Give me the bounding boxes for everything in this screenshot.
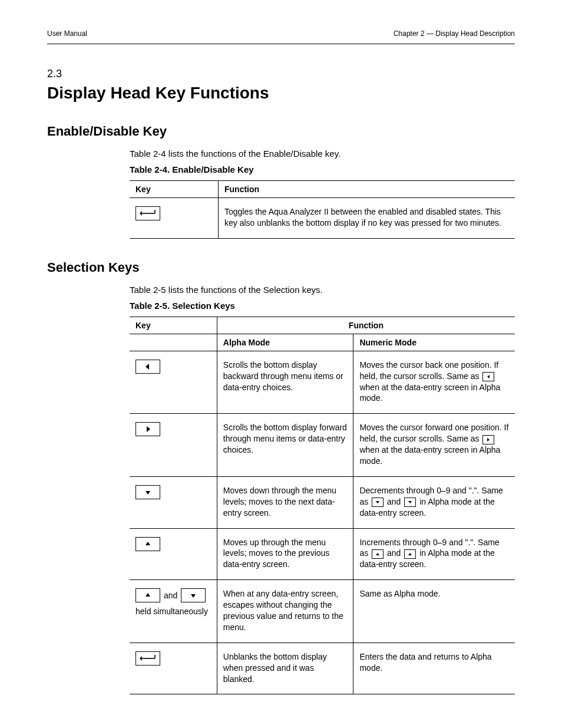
th-function: Function [219,181,515,198]
down-arrow-small-icon [404,498,416,507]
svg-marker-14 [191,594,196,598]
table-caption-1: Table 2-4. Enable/Disable Key [130,164,515,174]
svg-marker-13 [146,593,150,597]
cell-alpha: Moves down through the menu levels; move… [223,485,348,519]
header-right: Chapter 2 — Display Head Description [394,29,515,38]
svg-marker-9 [408,501,412,503]
cell-alpha: Unblanks the bottom display when pressed… [223,651,348,685]
cell-num: Decrements through 0–9 and ".". Same as … [359,485,509,519]
svg-marker-11 [376,553,379,555]
svg-marker-10 [146,542,150,545]
enter-key-icon [135,206,160,220]
th-numeric: Numeric Mode [353,334,515,351]
right-arrow-key-icon [135,422,160,436]
cell-alpha: Scrolls the bottom display forward throu… [223,422,348,456]
th-alpha: Alpha Mode [217,334,353,351]
section-title-2: Selection Keys [47,260,515,275]
row-function: Toggles the Aqua Analyzer II between the… [224,206,509,229]
svg-marker-4 [487,375,490,378]
down-arrow-key-icon [135,485,160,499]
cell-num: Moves the cursor forward one position. I… [359,422,509,467]
cell-num: Moves the cursor back one position. If h… [359,360,509,404]
up-arrow-small-icon [404,549,416,559]
left-arrow-small-icon [482,372,494,381]
cell-alpha: Moves up through the menu levels; moves … [223,537,348,571]
cell-num: Enters the data and returns to Alpha mod… [359,651,509,674]
th-key: Key [130,181,219,198]
up-arrow-key-icon [135,537,160,551]
th-function-2: Function [217,317,515,334]
section-title-1: Enable/Disable Key [47,124,515,139]
right-arrow-small-icon [482,435,494,444]
header-rule [47,44,515,44]
svg-marker-7 [146,491,150,495]
down-arrow-small-icon [372,498,384,507]
left-arrow-key-icon [135,360,160,374]
enter-key-icon [135,651,160,666]
svg-marker-16 [140,656,142,661]
table-caption-2: Table 2-5. Selection Keys [130,301,515,311]
svg-marker-8 [376,501,379,503]
svg-marker-3 [146,364,149,370]
page-title: Display Head Key Functions [47,84,515,103]
section-number: 2.3 [47,68,515,80]
th-key-2: Key [130,317,217,334]
table-intro-2: Table 2-5 lists the functions of the Sel… [130,285,515,295]
header-left: User Manual [47,29,87,38]
table-intro-1: Table 2-4 lists the functions of the Ena… [130,149,515,159]
held-note: held simultaneously [135,606,211,617]
cell-num: Increments through 0–9 and ".". Same as … [359,537,509,571]
up-arrow-small-icon [372,549,384,559]
cell-alpha: When at any data-entry screen, escapes w… [223,588,348,633]
down-arrow-key-icon [181,588,206,602]
up-arrow-key-icon [135,588,160,602]
svg-marker-12 [408,553,412,555]
cell-num: Same as Alpha mode. [359,588,509,599]
cell-alpha: Scrolls the bottom display backward thro… [223,360,348,393]
svg-marker-6 [487,438,490,442]
table-selection-keys: Key Function Alpha Mode Numeric Mode Scr… [130,317,515,695]
held-and: and [164,590,177,601]
table-enable-disable: Key Function [130,180,515,239]
svg-marker-1 [140,211,142,216]
svg-marker-5 [147,426,150,432]
